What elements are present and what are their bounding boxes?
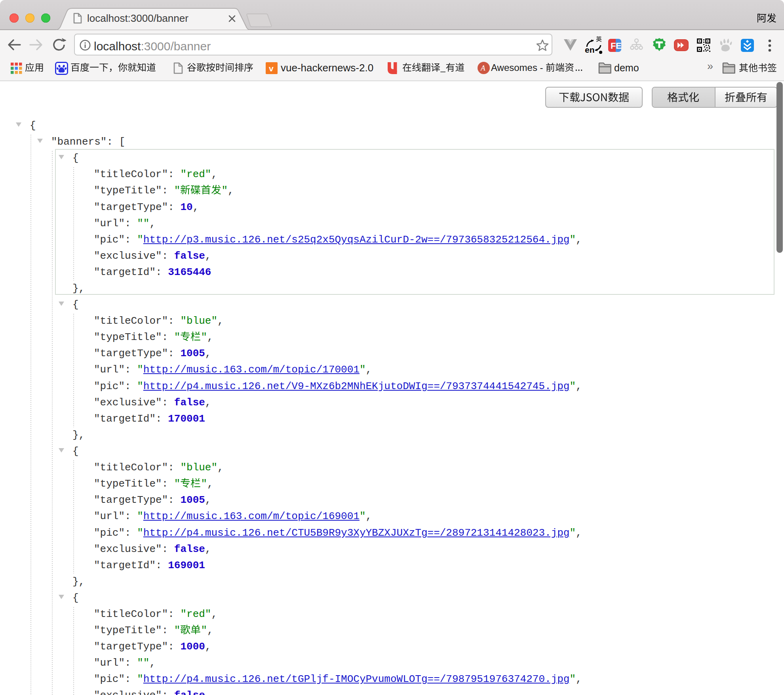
svg-text:F: F [611, 41, 616, 51]
svg-text:A: A [480, 64, 485, 72]
svg-text:v: v [269, 64, 274, 73]
svg-text:E: E [616, 41, 621, 51]
